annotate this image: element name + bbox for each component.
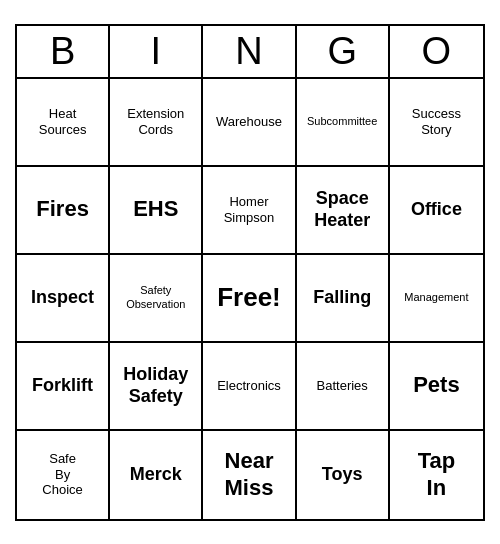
bingo-cell-text-23: Toys <box>322 464 363 486</box>
bingo-cell-18: Batteries <box>297 343 390 431</box>
bingo-cell-text-2: Warehouse <box>216 114 282 130</box>
bingo-cell-14: Management <box>390 255 483 343</box>
bingo-header-letter-N: N <box>203 26 296 77</box>
bingo-cell-15: Forklift <box>17 343 110 431</box>
bingo-header-letter-I: I <box>110 26 203 77</box>
bingo-cell-1: ExtensionCords <box>110 79 203 167</box>
bingo-cell-text-4: SuccessStory <box>412 106 461 137</box>
bingo-cell-19: Pets <box>390 343 483 431</box>
bingo-header: BINGO <box>17 26 483 79</box>
bingo-cell-text-15: Forklift <box>32 375 93 397</box>
bingo-header-letter-G: G <box>297 26 390 77</box>
bingo-card: BINGO HeatSourcesExtensionCordsWarehouse… <box>15 24 485 521</box>
bingo-grid: HeatSourcesExtensionCordsWarehouseSubcom… <box>17 79 483 519</box>
bingo-cell-text-11: SafetyObservation <box>126 284 185 310</box>
bingo-cell-17: Electronics <box>203 343 296 431</box>
bingo-cell-20: SafeByChoice <box>17 431 110 519</box>
bingo-cell-text-18: Batteries <box>317 378 368 394</box>
bingo-cell-6: EHS <box>110 167 203 255</box>
bingo-cell-text-3: Subcommittee <box>307 115 377 128</box>
bingo-cell-text-9: Office <box>411 199 462 221</box>
bingo-cell-23: Toys <box>297 431 390 519</box>
bingo-cell-16: HolidaySafety <box>110 343 203 431</box>
bingo-cell-24: TapIn <box>390 431 483 519</box>
bingo-cell-text-19: Pets <box>413 372 459 398</box>
bingo-cell-4: SuccessStory <box>390 79 483 167</box>
bingo-cell-0: HeatSources <box>17 79 110 167</box>
bingo-cell-text-7: HomerSimpson <box>224 194 275 225</box>
bingo-cell-text-8: SpaceHeater <box>314 188 370 231</box>
bingo-cell-text-6: EHS <box>133 196 178 222</box>
bingo-cell-text-12: Free! <box>217 282 281 313</box>
bingo-cell-13: Falling <box>297 255 390 343</box>
bingo-cell-22: NearMiss <box>203 431 296 519</box>
bingo-cell-text-24: TapIn <box>418 448 455 501</box>
bingo-cell-text-0: HeatSources <box>39 106 87 137</box>
bingo-cell-21: Merck <box>110 431 203 519</box>
bingo-cell-7: HomerSimpson <box>203 167 296 255</box>
bingo-cell-text-5: Fires <box>36 196 89 222</box>
bingo-header-letter-O: O <box>390 26 483 77</box>
bingo-cell-text-13: Falling <box>313 287 371 309</box>
bingo-cell-12: Free! <box>203 255 296 343</box>
bingo-cell-text-17: Electronics <box>217 378 281 394</box>
bingo-cell-2: Warehouse <box>203 79 296 167</box>
bingo-cell-9: Office <box>390 167 483 255</box>
bingo-cell-10: Inspect <box>17 255 110 343</box>
bingo-cell-text-1: ExtensionCords <box>127 106 184 137</box>
bingo-cell-text-22: NearMiss <box>225 448 274 501</box>
bingo-header-letter-B: B <box>17 26 110 77</box>
bingo-cell-text-20: SafeByChoice <box>42 451 82 498</box>
bingo-cell-3: Subcommittee <box>297 79 390 167</box>
bingo-cell-8: SpaceHeater <box>297 167 390 255</box>
bingo-cell-5: Fires <box>17 167 110 255</box>
bingo-cell-11: SafetyObservation <box>110 255 203 343</box>
bingo-cell-text-21: Merck <box>130 464 182 486</box>
bingo-cell-text-10: Inspect <box>31 287 94 309</box>
bingo-cell-text-16: HolidaySafety <box>123 364 188 407</box>
bingo-cell-text-14: Management <box>404 291 468 304</box>
